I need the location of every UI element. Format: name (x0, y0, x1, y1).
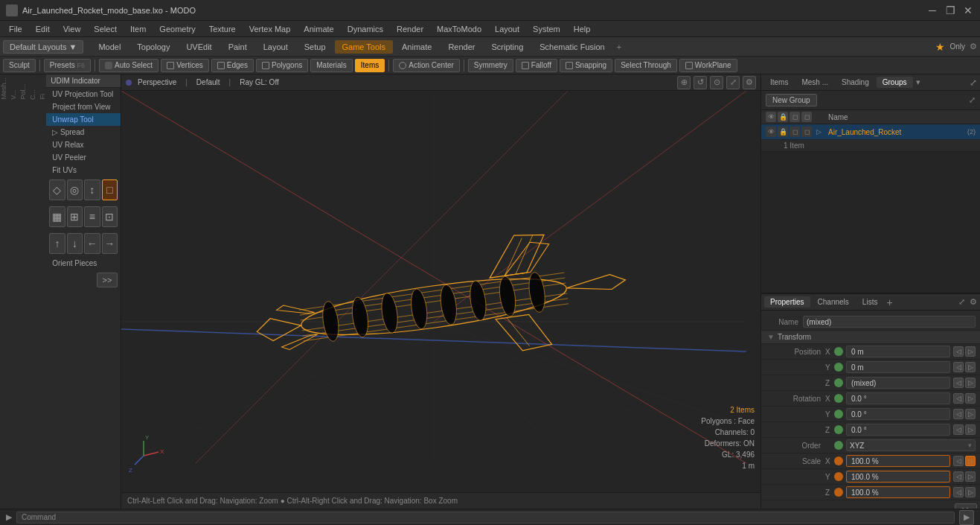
polygons-button[interactable]: Polygons (256, 59, 308, 72)
items-button[interactable]: Items (355, 59, 385, 72)
restore-button[interactable]: ❐ (944, 4, 956, 16)
tab-mesh[interactable]: Mesh ... (795, 77, 834, 88)
lock-icon[interactable]: 🔒 (778, 127, 788, 137)
menu-help[interactable]: Help (568, 23, 597, 35)
uv-relax[interactable]: UV Relax (46, 139, 121, 151)
name-value[interactable]: (mixed) (803, 316, 976, 328)
render-icon[interactable]: ◻ (801, 127, 812, 137)
scale-x-minus[interactable]: ◁ (953, 456, 964, 466)
icon-btn-4[interactable]: □ (102, 179, 118, 200)
group-item-rocket[interactable]: 👁 🔒 ◻ ◻ ▷ Air_Launched_Rocket (2) (761, 124, 980, 140)
auto-select-button[interactable]: Auto Select (99, 59, 158, 72)
pos-y-value[interactable]: 0 m (846, 361, 950, 373)
icon-btn-8[interactable]: ⊡ (102, 206, 118, 227)
layout-tab-model[interactable]: Model (91, 40, 128, 54)
pos-z-plus[interactable]: ▷ (965, 378, 976, 388)
icon-btn-6[interactable]: ⊞ (67, 206, 83, 227)
icon-btn-7[interactable]: ≡ (84, 206, 100, 227)
props-settings-btn[interactable]: ⚙ (970, 297, 977, 307)
star-button[interactable]: ★ (935, 41, 945, 53)
presets-button[interactable]: Presets F6 (44, 59, 91, 72)
fi-label[interactable]: Fi (39, 91, 46, 103)
vertices-button[interactable]: Vertices (161, 59, 209, 72)
viewport-ctrl-zoom[interactable]: ⊙ (710, 76, 723, 89)
tab-shading[interactable]: Shading (836, 77, 875, 88)
eye-icon[interactable]: 👁 (766, 127, 776, 137)
menu-select[interactable]: Select (88, 23, 123, 35)
viewport-ctrl-rotate[interactable]: ↺ (694, 76, 707, 89)
tab-items[interactable]: Items (764, 77, 794, 88)
expand-arrow[interactable]: ▷ (813, 127, 824, 137)
icon-btn-down[interactable]: ↓ (67, 233, 83, 254)
menu-vertex-map[interactable]: Vertex Map (243, 23, 297, 35)
vert-label[interactable]: V... (10, 87, 17, 103)
menu-animate[interactable]: Animate (298, 23, 339, 35)
menu-maxtomodo[interactable]: MaxToModo (431, 23, 487, 35)
icon-btn-left[interactable]: ← (84, 233, 100, 254)
spread-item[interactable]: ▷ Spread (46, 126, 121, 139)
layout-tab-uvedit[interactable]: UVEdit (179, 40, 219, 54)
menu-dynamics[interactable]: Dynamics (342, 23, 389, 35)
scale-z-minus[interactable]: ◁ (953, 487, 964, 497)
groups-expand-icon[interactable]: ⤢ (969, 95, 976, 105)
menu-view[interactable]: View (57, 23, 87, 35)
new-group-button[interactable]: New Group (766, 94, 817, 106)
menu-system[interactable]: System (527, 23, 566, 35)
icon-btn-right[interactable]: → (102, 233, 118, 254)
action-center-button[interactable]: Action Center (393, 59, 460, 72)
layout-preset-dropdown[interactable]: Default Layouts ▼ (3, 40, 83, 54)
uv-projection-tool[interactable]: UV Projection Tool (46, 88, 121, 101)
viewport-ctrl-expand[interactable]: ⤢ (726, 76, 740, 89)
layout-tab-game-tools[interactable]: Game Tools (335, 40, 394, 54)
menu-edit[interactable]: Edit (30, 23, 56, 35)
snapping-button[interactable]: Snapping (560, 59, 612, 72)
scale-x-value[interactable]: 100.0 % (846, 455, 950, 467)
layout-tab-paint[interactable]: Paint (221, 40, 254, 54)
pos-z-minus[interactable]: ◁ (953, 378, 964, 388)
workplane-button[interactable]: WorkPlane (679, 59, 737, 72)
pos-x-value[interactable]: 0 m (846, 346, 950, 357)
symmetry-button[interactable]: Symmetry (468, 59, 513, 72)
viewport[interactable]: Perspective | Default | Ray GL: Off ⊕ ↺ … (121, 74, 760, 509)
sculpt-button[interactable]: Sculpt (3, 59, 36, 72)
layout-tab-animate[interactable]: Animate (394, 40, 439, 54)
scale-y-minus[interactable]: ◁ (953, 471, 964, 482)
rot-z-plus[interactable]: ▷ (965, 424, 976, 435)
menu-render[interactable]: Render (391, 23, 429, 35)
tab-expand-button[interactable]: ⤢ (970, 77, 977, 88)
settings-icon[interactable]: ⚙ (970, 42, 977, 51)
menu-item[interactable]: Item (124, 23, 152, 35)
uv-peeler[interactable]: UV Peeler (46, 151, 121, 164)
order-dropdown[interactable]: XYZ ▾ (846, 439, 976, 451)
icon-btn-5[interactable]: ▦ (49, 206, 65, 227)
status-arrow[interactable]: ▶ (6, 512, 12, 522)
viewport-ctrl-settings[interactable]: ⚙ (743, 76, 756, 89)
props-expand-btn[interactable]: ⤢ (958, 297, 965, 307)
orient-pieces[interactable]: Orient Pieces (46, 257, 121, 270)
rot-x-plus[interactable]: ▷ (965, 393, 976, 404)
tab-groups[interactable]: Groups (877, 77, 913, 88)
layout-tab-topology[interactable]: Topology (129, 40, 177, 54)
menu-layout[interactable]: Layout (489, 23, 525, 35)
scale-x-plus[interactable]: ▷ (965, 456, 976, 466)
scale-y-plus[interactable]: ▷ (965, 471, 976, 482)
rot-y-plus[interactable]: ▷ (965, 409, 976, 419)
c-label[interactable]: C... (29, 86, 36, 103)
mesh-icon[interactable]: ◻ (790, 127, 800, 137)
pos-z-value[interactable]: (mixed) (846, 377, 950, 389)
layout-tab-scripting[interactable]: Scripting (484, 40, 531, 54)
materials-button[interactable]: Materials (310, 59, 353, 72)
layout-tab-schematic[interactable]: Schematic Fusion (532, 40, 612, 54)
transform-section[interactable]: ▼ Transform (761, 331, 980, 344)
rot-y-value[interactable]: 0.0 ° (846, 408, 950, 420)
fit-uvs[interactable]: Fit UVs (46, 164, 121, 176)
poly-label[interactable]: Pol... (19, 81, 27, 103)
icon-btn-1[interactable]: ◇ (49, 179, 65, 200)
close-button[interactable]: ✕ (962, 4, 974, 16)
mesh-label[interactable]: Mesh... (0, 74, 7, 103)
layout-tab-render[interactable]: Render (441, 40, 482, 54)
layout-tab-setup[interactable]: Setup (297, 40, 333, 54)
pos-y-plus[interactable]: ▷ (965, 362, 976, 372)
edges-button[interactable]: Edges (211, 59, 254, 72)
rot-x-value[interactable]: 0.0 ° (846, 392, 950, 404)
